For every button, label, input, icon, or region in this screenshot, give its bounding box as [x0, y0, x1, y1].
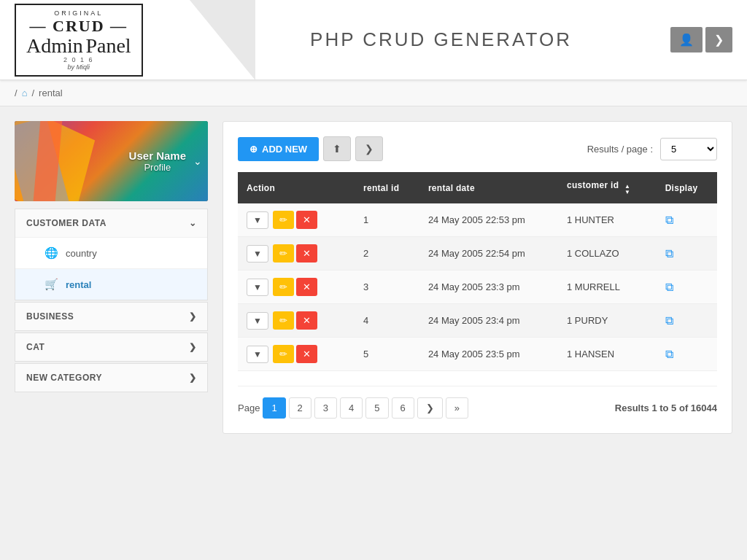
delete-btn-2[interactable]: ✕: [296, 278, 317, 296]
rental-date-cell-2: 24 May 2005 23:3 pm: [419, 271, 558, 304]
edit-btn-3[interactable]: ✏: [273, 311, 294, 330]
edit-btn-1[interactable]: ✏: [273, 244, 294, 262]
sidebar-rental-label: rental: [66, 279, 91, 290]
header-user-button[interactable]: 👤: [670, 27, 703, 52]
sidebar-cat-header[interactable]: CAT ❯: [15, 333, 207, 361]
content-panel: ⊕ ADD NEW ⬆ ❯ Results / page : 5 10 25 5…: [222, 121, 732, 434]
breadcrumb-home-link[interactable]: ⌂: [22, 88, 28, 98]
edit-btn-4[interactable]: ✏: [273, 345, 294, 363]
customer-id-cell-4: 1 HANSEN: [558, 338, 657, 371]
display-cell-0: ⧉: [657, 203, 717, 237]
rental-id-cell-4: 5: [355, 338, 419, 371]
page-btn-2[interactable]: 2: [289, 397, 311, 419]
sidebar-customer-header[interactable]: CUSTOMER DATA ⌄: [15, 209, 207, 237]
breadcrumb-separator: /: [31, 88, 34, 98]
sidebar-cat-label: CAT: [26, 342, 44, 352]
display-cell-4: ⧉: [657, 338, 717, 371]
page-btn-6[interactable]: 6: [392, 397, 414, 419]
breadcrumb: / ⌂ / rental: [0, 80, 747, 106]
delete-btn-0[interactable]: ✕: [296, 211, 317, 229]
sidebar-item-rental[interactable]: 🛒 rental: [15, 268, 207, 300]
logo-by-text: by Miqli: [26, 63, 131, 71]
delete-btn-1[interactable]: ✕: [296, 244, 317, 262]
sidebar-country-label: country: [66, 248, 97, 259]
dropdown-btn-0[interactable]: ▼: [247, 211, 268, 229]
page-last-button[interactable]: »: [446, 397, 468, 419]
plus-icon: ⊕: [249, 144, 258, 155]
toolbar-right: Results / page : 5 10 25 50 100: [587, 138, 717, 160]
header-right: 👤 ❯: [670, 27, 732, 52]
sidebar-profile-text: User Name Profile: [129, 149, 186, 173]
sidebar-section-cat: CAT ❯: [15, 332, 208, 362]
dropdown-btn-3[interactable]: ▼: [247, 312, 268, 330]
sidebar-newcategory-label: NEW CATEGORY: [26, 373, 102, 383]
logo-year-text: 2 0 1 6: [26, 56, 131, 63]
sidebar-business-chevron: ❯: [189, 311, 197, 322]
dropdown-btn-4[interactable]: ▼: [247, 346, 268, 363]
dropdown-btn-2[interactable]: ▼: [247, 279, 268, 296]
more-icon: ❯: [365, 143, 374, 155]
page-btn-3[interactable]: 3: [314, 397, 337, 419]
customer-id-cell-2: 1 MURRELL: [558, 271, 657, 304]
action-cell-4: ▼ ✏ ✕: [238, 338, 355, 371]
delete-btn-3[interactable]: ✕: [296, 311, 317, 330]
edit-btn-2[interactable]: ✏: [273, 278, 294, 296]
table-row: ▼ ✏ ✕ 3 24 May 2005 23:3 pm 1 MURRELL ⧉: [238, 271, 717, 304]
sidebar-section-customer: CUSTOMER DATA ⌄ 🌐 country 🛒 rental: [15, 209, 208, 300]
sidebar-business-label: BUSINESS: [26, 311, 74, 322]
page-btn-5[interactable]: 5: [365, 397, 388, 419]
col-rental-id: rental id: [355, 172, 419, 203]
sidebar-newcategory-chevron: ❯: [189, 373, 197, 383]
per-page-select[interactable]: 5 10 25 50 100: [660, 138, 717, 160]
rental-id-cell-1: 2: [355, 237, 419, 271]
rental-date-cell-1: 24 May 2005 22:54 pm: [419, 237, 558, 271]
sidebar-business-header[interactable]: BUSINESS ❯: [15, 303, 207, 330]
toolbar-left: ⊕ ADD NEW ⬆ ❯: [238, 136, 383, 161]
globe-icon: 🌐: [44, 246, 58, 260]
rental-id-cell-0: 1: [355, 203, 419, 237]
col-rental-date: rental date: [419, 172, 558, 203]
view-btn-4[interactable]: ⧉: [665, 348, 673, 361]
rental-date-cell-3: 24 May 2005 23:4 pm: [419, 304, 558, 338]
header-chevron-button[interactable]: ❯: [705, 27, 732, 52]
sidebar-section-newcategory: NEW CATEGORY ❯: [15, 363, 208, 392]
logo-admin-panel: Admin Panel: [26, 36, 131, 56]
col-display: Display: [657, 172, 717, 203]
col-action: Action: [238, 172, 355, 203]
customer-id-cell-0: 1 HUNTER: [558, 203, 657, 237]
pagination-bar: Page 1 2 3 4 5 6 ❯ » Results 1 to 5 of 1…: [238, 386, 717, 419]
sidebar-item-country[interactable]: 🌐 country: [15, 237, 207, 268]
page-btn-4[interactable]: 4: [340, 397, 363, 419]
more-button[interactable]: ❯: [355, 136, 383, 161]
page-next-button[interactable]: ❯: [417, 397, 443, 419]
table-row: ▼ ✏ ✕ 4 24 May 2005 23:4 pm 1 PURDY ⧉: [238, 304, 717, 338]
display-cell-3: ⧉: [657, 304, 717, 338]
view-btn-2[interactable]: ⧉: [665, 281, 673, 294]
col-customer-id[interactable]: customer id ▲▼: [558, 172, 657, 203]
sidebar-profile[interactable]: User Name Profile ⌄: [15, 121, 208, 201]
action-cell-2: ▼ ✏ ✕: [238, 271, 355, 304]
home-icon: ⌂: [22, 88, 28, 98]
header-title: PHP CRUD GENERATOR: [212, 28, 670, 51]
sidebar-cat-chevron: ❯: [189, 342, 197, 352]
page-btn-1[interactable]: 1: [263, 397, 285, 419]
delete-btn-4[interactable]: ✕: [296, 345, 317, 363]
display-cell-1: ⧉: [657, 237, 717, 271]
add-new-button[interactable]: ⊕ ADD NEW: [238, 137, 319, 161]
dropdown-btn-1[interactable]: ▼: [247, 245, 268, 262]
sidebar-section-business: BUSINESS ❯: [15, 302, 208, 331]
rental-id-cell-3: 4: [355, 304, 419, 338]
edit-btn-0[interactable]: ✏: [273, 211, 294, 229]
sidebar-newcategory-header[interactable]: NEW CATEGORY ❯: [15, 364, 207, 392]
sidebar-customer-label: CUSTOMER DATA: [26, 218, 107, 228]
export-button[interactable]: ⬆: [323, 136, 351, 161]
logo-box: ORIGINAL — CRUD — Admin Panel 2 0 1 6 by…: [15, 4, 143, 77]
table-row: ▼ ✏ ✕ 1 24 May 2005 22:53 pm 1 HUNTER ⧉: [238, 203, 717, 237]
view-btn-1[interactable]: ⧉: [665, 247, 673, 260]
sidebar-profile-chevron: ⌄: [193, 155, 202, 167]
view-btn-3[interactable]: ⧉: [665, 314, 673, 327]
logo-admin-text: Admin: [26, 34, 83, 57]
view-btn-0[interactable]: ⧉: [665, 214, 673, 227]
main-layout: User Name Profile ⌄ CUSTOMER DATA ⌄ 🌐 co…: [0, 106, 747, 448]
sort-arrows-icon: ▲▼: [624, 184, 630, 195]
